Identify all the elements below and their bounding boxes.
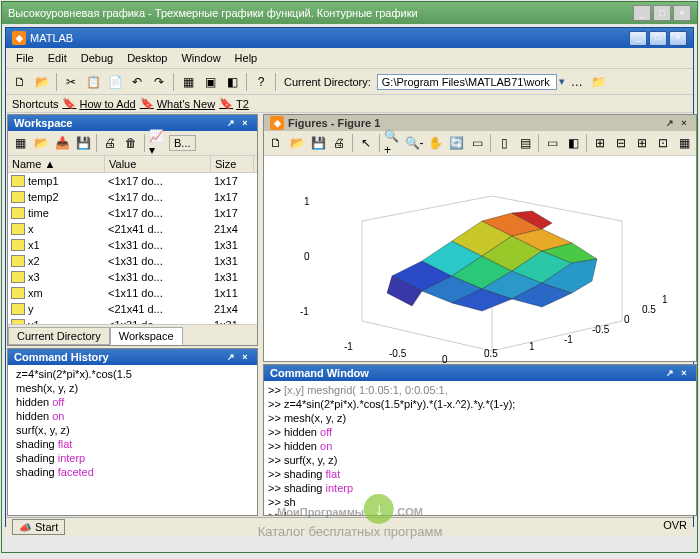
variable-icon bbox=[11, 207, 25, 219]
zoom-out-icon[interactable]: 🔍- bbox=[404, 133, 424, 153]
cut-icon[interactable]: ✂ bbox=[61, 72, 81, 92]
help-icon[interactable]: ? bbox=[251, 72, 271, 92]
table-row[interactable]: x3<1x31 do...1x31 bbox=[8, 269, 257, 285]
outer-titlebar: Высокоуровневая графика - Трехмерные гра… bbox=[2, 2, 697, 24]
new-file-icon[interactable]: 🗋 bbox=[10, 72, 30, 92]
tab-current-directory[interactable]: Current Directory bbox=[8, 327, 110, 345]
cmdwin-undock-icon[interactable]: ↗ bbox=[664, 368, 676, 378]
tab-workspace[interactable]: Workspace bbox=[110, 327, 183, 345]
figure-canvas[interactable]: 1 0 -1 -1 -0.5 0 0.5 1 -1 -0.5 0 0.5 1 bbox=[264, 156, 696, 361]
simulink-icon[interactable]: ▦ bbox=[178, 72, 198, 92]
new-var-icon[interactable]: ▦ bbox=[10, 133, 30, 153]
menu-edit[interactable]: Edit bbox=[42, 50, 73, 66]
col-name[interactable]: Name ▲ bbox=[8, 156, 105, 172]
undo-icon[interactable]: ↶ bbox=[127, 72, 147, 92]
profiler-icon[interactable]: ◧ bbox=[222, 72, 242, 92]
maximize-button[interactable]: □ bbox=[653, 5, 671, 21]
plot-dropdown-icon[interactable]: 📈▾ bbox=[148, 133, 168, 153]
table-row[interactable]: temp1<1x17 do...1x17 bbox=[8, 173, 257, 189]
figure-icon: ◆ bbox=[270, 116, 284, 130]
start-button[interactable]: 📣 Start bbox=[12, 519, 65, 535]
command-window-body[interactable]: >> [x,y] meshgrid( 1:0.05:1, 0:0.05:1,>>… bbox=[264, 381, 696, 515]
workspace-close-icon[interactable]: × bbox=[239, 118, 251, 128]
shortcut-how-to-add[interactable]: 🔖 How to Add bbox=[62, 97, 135, 110]
browse-folder-icon[interactable]: … bbox=[567, 72, 587, 92]
history-close-icon[interactable]: × bbox=[239, 352, 251, 362]
matlab-maximize-button[interactable]: □ bbox=[649, 31, 667, 46]
workspace-undock-icon[interactable]: ↗ bbox=[225, 118, 237, 128]
y-tick-0: 0 bbox=[442, 354, 448, 365]
matlab-minimize-button[interactable]: _ bbox=[629, 31, 647, 46]
fig-save-icon[interactable]: 💾 bbox=[308, 133, 328, 153]
matlab-window: ◆ MATLAB _ □ × File Edit Debug Desktop W… bbox=[5, 27, 694, 527]
figures-undock-icon[interactable]: ↗ bbox=[664, 118, 676, 128]
current-dir-label: Current Directory: bbox=[284, 76, 371, 88]
current-dir-dropdown-icon[interactable]: ▾ bbox=[559, 75, 565, 88]
col-size[interactable]: Size bbox=[211, 156, 254, 172]
outer-title-text: Высокоуровневая графика - Трехмерные гра… bbox=[8, 7, 418, 19]
grid1-icon[interactable]: ⊞ bbox=[590, 133, 610, 153]
shortcut-whats-new[interactable]: 🔖 What's New bbox=[140, 97, 215, 110]
pan-icon[interactable]: ✋ bbox=[425, 133, 445, 153]
variable-icon bbox=[11, 239, 25, 251]
grid5-icon[interactable]: ▦ bbox=[674, 133, 694, 153]
pointer-icon[interactable]: ↖ bbox=[356, 133, 376, 153]
fig-open-icon[interactable]: 📂 bbox=[287, 133, 307, 153]
left-column: Workspace ↗× ▦ 📂 📥 💾 🖨 🗑 📈▾ B... bbox=[6, 113, 259, 517]
menu-window[interactable]: Window bbox=[175, 50, 226, 66]
layout2-icon[interactable]: ◧ bbox=[563, 133, 583, 153]
fig-print-icon[interactable]: 🖨 bbox=[329, 133, 349, 153]
table-row[interactable]: y<21x41 d...21x4 bbox=[8, 301, 257, 317]
grid2-icon[interactable]: ⊟ bbox=[611, 133, 631, 153]
zoom-in-icon[interactable]: 🔍+ bbox=[383, 133, 403, 153]
figures-panel: ◆Figures - Figure 1 ↗× 🗋 📂 💾 🖨 ↖ 🔍+ 🔍- bbox=[263, 114, 697, 362]
matlab-titlebar: ◆ MATLAB _ □ × bbox=[6, 28, 693, 48]
variable-icon bbox=[11, 303, 25, 315]
menu-desktop[interactable]: Desktop bbox=[121, 50, 173, 66]
print-icon[interactable]: 🖨 bbox=[100, 133, 120, 153]
paste-icon[interactable]: 📄 bbox=[105, 72, 125, 92]
import-icon[interactable]: 📥 bbox=[52, 133, 72, 153]
legend-icon[interactable]: ▤ bbox=[515, 133, 535, 153]
delete-icon[interactable]: 🗑 bbox=[121, 133, 141, 153]
x-tick-05: 0.5 bbox=[642, 304, 656, 315]
right-column: ◆Figures - Figure 1 ↗× 🗋 📂 💾 🖨 ↖ 🔍+ 🔍- bbox=[259, 113, 698, 517]
z-tick-1: 1 bbox=[304, 196, 310, 207]
datacursor-icon[interactable]: ▭ bbox=[467, 133, 487, 153]
base-scope-dropdown[interactable]: B... bbox=[169, 135, 196, 151]
grid3-icon[interactable]: ⊞ bbox=[632, 133, 652, 153]
table-row[interactable]: x<21x41 d...21x4 bbox=[8, 221, 257, 237]
up-folder-icon[interactable]: 📁 bbox=[589, 72, 609, 92]
table-row[interactable]: x2<1x31 do...1x31 bbox=[8, 253, 257, 269]
copy-icon[interactable]: 📋 bbox=[83, 72, 103, 92]
close-button[interactable]: × bbox=[673, 5, 691, 21]
open-file-icon[interactable]: 📂 bbox=[32, 72, 52, 92]
rotate3d-icon[interactable]: 🔄 bbox=[446, 133, 466, 153]
colorbar-icon[interactable]: ▯ bbox=[494, 133, 514, 153]
fig-new-icon[interactable]: 🗋 bbox=[266, 133, 286, 153]
figures-close-icon[interactable]: × bbox=[678, 118, 690, 128]
command-history-body[interactable]: z=4*sin(2*pi*x).*cos(1.5 mesh(x, y, z) h… bbox=[8, 365, 257, 515]
col-value[interactable]: Value bbox=[105, 156, 211, 172]
current-dir-input[interactable] bbox=[377, 74, 557, 90]
history-undock-icon[interactable]: ↗ bbox=[225, 352, 237, 362]
table-row[interactable]: y1<1x31 do...1x31 bbox=[8, 317, 257, 324]
x-tick-1: 1 bbox=[662, 294, 668, 305]
table-row[interactable]: x1<1x31 do...1x31 bbox=[8, 237, 257, 253]
layout1-icon[interactable]: ▭ bbox=[542, 133, 562, 153]
table-row[interactable]: temp2<1x17 do...1x17 bbox=[8, 189, 257, 205]
shortcut-t2[interactable]: 🔖 T2 bbox=[219, 97, 249, 110]
open-var-icon[interactable]: 📂 bbox=[31, 133, 51, 153]
save-icon[interactable]: 💾 bbox=[73, 133, 93, 153]
grid4-icon[interactable]: ⊡ bbox=[653, 133, 673, 153]
redo-icon[interactable]: ↷ bbox=[149, 72, 169, 92]
minimize-button[interactable]: _ bbox=[633, 5, 651, 21]
menu-file[interactable]: File bbox=[10, 50, 40, 66]
menu-debug[interactable]: Debug bbox=[75, 50, 119, 66]
cmdwin-close-icon[interactable]: × bbox=[678, 368, 690, 378]
table-row[interactable]: time<1x17 do...1x17 bbox=[8, 205, 257, 221]
guide-icon[interactable]: ▣ bbox=[200, 72, 220, 92]
matlab-close-button[interactable]: × bbox=[669, 31, 687, 46]
menu-help[interactable]: Help bbox=[229, 50, 264, 66]
table-row[interactable]: xm<1x11 do...1x11 bbox=[8, 285, 257, 301]
